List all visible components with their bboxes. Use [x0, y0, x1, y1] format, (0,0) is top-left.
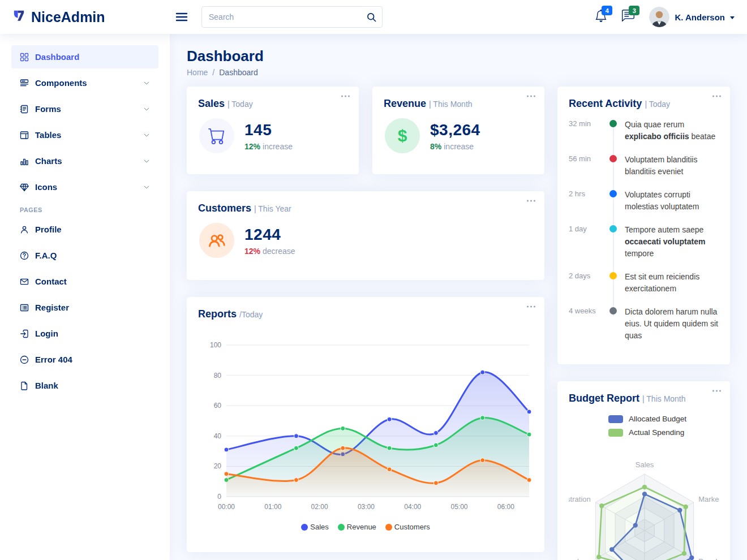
messages-button[interactable]: 3: [622, 10, 634, 24]
legend-marker-icon: [301, 524, 308, 531]
recent-activity-title: Recent Activity | Today: [569, 98, 719, 110]
customers-value: 1244: [244, 226, 295, 244]
sidebar: DashboardComponentsFormsTablesChartsIcon…: [0, 34, 170, 560]
card-options-icon[interactable]: [526, 305, 536, 308]
journal-icon: [20, 105, 29, 114]
legend-item-actual-spending[interactable]: Actual Spending: [608, 428, 719, 437]
customers-card-title: Customers | This Year: [198, 203, 533, 214]
svg-text:01:00: 01:00: [264, 503, 281, 511]
sidebar-item-tables[interactable]: Tables: [11, 123, 158, 147]
card-options-icon[interactable]: [712, 94, 722, 98]
sidebar-item-dashboard[interactable]: Dashboard: [11, 45, 158, 68]
activity-timeline: 32 minQuia quae rerum explicabo officiis…: [569, 119, 719, 353]
legend-item-revenue[interactable]: Revenue: [338, 523, 376, 531]
header-actions: 4 3 K. Anderson: [595, 7, 735, 27]
sidebar-pages: ProfileF.A.QContactRegisterLoginError 40…: [11, 218, 158, 397]
card-options-icon[interactable]: [526, 94, 536, 98]
activity-time: 4 weeks: [569, 306, 609, 353]
main-content: Dashboard Home / Dashboard Sales | Today: [170, 34, 747, 560]
card-options-icon[interactable]: [341, 94, 350, 98]
activity-dot-icon: [609, 120, 617, 127]
activity-text: Tempore autem saepe occaecati voluptatem…: [625, 224, 719, 271]
search-icon[interactable]: [361, 12, 382, 22]
sidebar-item-label: Dashboard: [35, 52, 79, 62]
brand-logo[interactable]: NiceAdmin: [11, 8, 174, 26]
card-options-icon[interactable]: [712, 389, 722, 393]
svg-text:05:00: 05:00: [451, 503, 468, 511]
sidebar-item-register[interactable]: Register: [11, 296, 158, 319]
reports-card: Reports /Today 10080604020000:0001:0002:…: [187, 297, 544, 552]
sidebar-item-blank[interactable]: Blank: [11, 374, 158, 397]
activity-dot-icon: [609, 272, 617, 279]
profile-menu[interactable]: K. Anderson: [649, 7, 735, 27]
sidebar-item-error-404[interactable]: Error 404: [11, 348, 158, 371]
svg-text:80: 80: [214, 372, 222, 380]
svg-text:0: 0: [217, 493, 221, 501]
sidebar-item-contact[interactable]: Contact: [11, 270, 158, 293]
card-options-icon[interactable]: [526, 199, 536, 203]
sidebar-item-f-a-q[interactable]: F.A.Q: [11, 244, 158, 267]
activity-dot-icon: [609, 225, 617, 232]
layout-icon: [20, 131, 29, 140]
chevron-down-icon: [143, 184, 150, 191]
revenue-value: $3,264: [430, 121, 480, 139]
menu-button-icon: [20, 79, 29, 88]
breadcrumb-home[interactable]: Home: [187, 68, 208, 77]
legend-label: Actual Spending: [629, 428, 684, 437]
chevron-down-icon: [143, 158, 150, 165]
search-bar: [201, 6, 383, 28]
activity-time: 2 days: [569, 271, 609, 306]
sidebar-item-label: Login: [35, 329, 58, 338]
notifications-button[interactable]: 4: [595, 10, 607, 24]
cart-icon: [199, 118, 234, 153]
sidebar-toggle-icon[interactable]: [174, 10, 189, 24]
legend-label: Allocated Budget: [629, 415, 686, 423]
activity-time: 2 hrs: [569, 189, 609, 224]
activity-text: Est sit eum reiciendis exercitationem: [625, 271, 719, 306]
activity-time: 1 day: [569, 224, 609, 271]
svg-text:04:00: 04:00: [404, 503, 421, 511]
svg-text:Marketing: Marketing: [698, 495, 719, 503]
activity-item: 4 weeksDicta dolorem harum nulla eius. U…: [569, 306, 719, 353]
budget-radar-chart: SalesAdministrationInformation Technolog…: [569, 440, 719, 560]
svg-text:02:00: 02:00: [311, 503, 328, 511]
profile-name: K. Anderson: [675, 12, 725, 22]
breadcrumb-separator: /: [212, 68, 214, 77]
breadcrumb: Home / Dashboard: [187, 68, 730, 77]
legend-item-sales[interactable]: Sales: [301, 523, 329, 531]
legend-marker-icon: [385, 524, 392, 531]
sidebar-item-label: F.A.Q: [35, 251, 57, 260]
sidebar-item-forms[interactable]: Forms: [11, 97, 158, 120]
legend-label: Revenue: [347, 523, 376, 531]
svg-text:Administration: Administration: [569, 495, 591, 503]
search-input[interactable]: [202, 7, 361, 27]
sidebar-item-profile[interactable]: Profile: [11, 218, 158, 241]
bar-chart-icon: [20, 157, 29, 166]
gem-icon: [20, 183, 29, 192]
brand-name: NiceAdmin: [31, 9, 105, 25]
activity-dot-icon: [609, 190, 617, 197]
sidebar-item-label: Profile: [35, 225, 62, 234]
activity-time: 32 min: [569, 119, 609, 154]
activity-item: 2 daysEst sit eum reiciendis exercitatio…: [569, 271, 719, 306]
legend-label: Customers: [394, 523, 430, 531]
activity-text: Quia quae rerum explicabo officiis beata…: [625, 119, 719, 154]
revenue-card: Revenue | This Month $ $3,264 8%increase: [372, 87, 544, 174]
sidebar-item-login[interactable]: Login: [11, 322, 158, 345]
budget-report-title: Budget Report | This Month: [569, 393, 719, 404]
legend-item-allocated-budget[interactable]: Allocated Budget: [608, 415, 719, 423]
sales-card-title: Sales | Today: [198, 98, 347, 110]
sidebar-item-components[interactable]: Components: [11, 71, 158, 94]
svg-text:Information Technology: Information Technology: [569, 557, 591, 560]
revenue-delta: 8%increase: [430, 142, 480, 151]
box-arrow-in-right-icon: [20, 329, 29, 338]
sidebar-item-label: Components: [35, 78, 87, 88]
sidebar-item-label: Forms: [35, 104, 61, 114]
reports-chart-legend: SalesRevenueCustomers: [198, 523, 533, 531]
activity-item: 56 minVoluptatem blanditiis blanditiis e…: [569, 154, 719, 189]
svg-text:03:00: 03:00: [358, 503, 375, 511]
legend-item-customers[interactable]: Customers: [385, 523, 430, 531]
sidebar-item-charts[interactable]: Charts: [11, 149, 158, 173]
sidebar-item-icons[interactable]: Icons: [11, 175, 158, 199]
svg-text:60: 60: [214, 402, 222, 410]
